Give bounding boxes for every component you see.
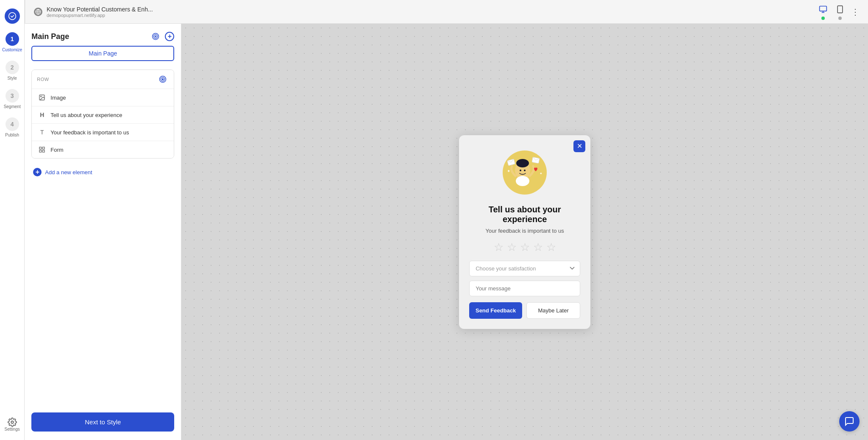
svg-text:✦: ✦ xyxy=(540,172,542,175)
text-element-icon: T xyxy=(38,128,46,136)
main-page-btn[interactable]: Main Page xyxy=(31,46,174,61)
step-3-label: Segment xyxy=(4,104,21,109)
step-2-label: Style xyxy=(8,76,17,81)
form-element-icon xyxy=(38,145,46,154)
satisfaction-wrapper: Choose your satisfaction Very Satisfied … xyxy=(469,261,580,281)
panel-header: Main Page + xyxy=(25,24,181,46)
star-2[interactable]: ☆ xyxy=(507,241,517,254)
step-1-customize[interactable]: 1 Customize xyxy=(0,28,24,56)
heading-element-icon: H xyxy=(38,111,46,119)
element-item-heading[interactable]: H Tell us about your experience xyxy=(32,106,174,123)
svg-text:✦: ✦ xyxy=(507,169,510,173)
settings-btn[interactable]: Settings xyxy=(0,413,24,436)
row-target-btn[interactable] xyxy=(157,73,169,85)
svg-rect-15 xyxy=(39,150,42,152)
svg-rect-14 xyxy=(43,147,45,149)
element-item-text[interactable]: T Your feedback is important to us xyxy=(32,123,174,141)
send-feedback-btn[interactable]: Send Feedback xyxy=(469,302,522,319)
top-bar: Know Your Potential Customers & Enh... d… xyxy=(25,0,868,24)
next-to-style-btn[interactable]: Next to Style xyxy=(31,412,174,432)
element-label-image: Image xyxy=(50,95,66,101)
maybe-later-btn[interactable]: Maybe Later xyxy=(526,302,580,319)
chat-button[interactable] xyxy=(839,411,860,432)
step-sidebar: 1 Customize 2 Style 3 Segment 4 Publish … xyxy=(0,0,25,440)
add-icon-btn[interactable]: + xyxy=(165,32,174,41)
mobile-device-btn[interactable] xyxy=(834,3,846,15)
step-3-segment[interactable]: 3 Segment xyxy=(0,85,24,113)
step-4-publish[interactable]: 4 Publish xyxy=(0,113,24,142)
popup-buttons: Send Feedback Maybe Later xyxy=(469,302,580,319)
svg-point-12 xyxy=(41,96,42,97)
svg-point-26 xyxy=(524,170,526,171)
star-1[interactable]: ☆ xyxy=(494,241,504,254)
step-4-circle: 4 xyxy=(6,117,19,131)
svg-rect-16 xyxy=(43,150,45,152)
svg-rect-3 xyxy=(820,6,827,11)
main-layout: Main Page + Main Page ROW xyxy=(25,24,868,440)
popup-illustration: ✦ ✦ xyxy=(499,147,550,198)
panel-title: Main Page xyxy=(31,32,69,41)
step-1-circle: 1 xyxy=(6,32,19,46)
step-3-circle: 3 xyxy=(6,89,19,103)
star-5[interactable]: ☆ xyxy=(546,241,556,254)
svg-point-7 xyxy=(155,36,156,37)
satisfaction-select[interactable]: Choose your satisfaction Very Satisfied … xyxy=(469,261,580,276)
svg-point-6 xyxy=(154,35,158,39)
step-4-label: Publish xyxy=(5,133,19,137)
element-label-form: Form xyxy=(50,147,63,153)
svg-point-1 xyxy=(11,421,14,423)
step-logo xyxy=(0,4,24,28)
popup-subtitle: Your feedback is important to us xyxy=(469,228,580,234)
element-label-heading: Tell us about your experience xyxy=(50,112,122,118)
left-panel: Main Page + Main Page ROW xyxy=(25,24,181,440)
desktop-dot xyxy=(821,17,825,20)
svg-point-25 xyxy=(520,170,521,171)
page-url: demopopupsmart.netlify.app xyxy=(47,13,153,18)
step-1-label: Customize xyxy=(2,47,22,52)
star-row: ☆ ☆ ☆ ☆ ☆ xyxy=(469,241,580,254)
top-bar-left: Know Your Potential Customers & Enh... d… xyxy=(34,6,817,18)
svg-point-0 xyxy=(8,13,16,20)
svg-point-10 xyxy=(162,79,164,80)
popup-illustration-container: ✦ ✦ xyxy=(469,147,580,198)
message-input[interactable] xyxy=(469,281,580,296)
page-title: Know Your Potential Customers & Enh... xyxy=(47,6,153,13)
top-bar-controls: ⋮ xyxy=(817,3,860,20)
step-2-style[interactable]: 2 Style xyxy=(0,56,24,85)
popup-title: Tell us about your experience xyxy=(469,205,580,224)
image-element-icon xyxy=(38,93,46,102)
canvas-area: ✕ xyxy=(181,24,868,440)
step-2-circle: 2 xyxy=(6,61,19,74)
panel-header-icons: + xyxy=(150,31,174,42)
settings-label: Settings xyxy=(5,427,20,432)
desktop-device-btn[interactable] xyxy=(817,3,829,15)
add-element-label: Add a new element xyxy=(45,169,92,175)
add-element-icon: + xyxy=(33,168,42,176)
mobile-dot xyxy=(838,17,842,20)
globe-icon xyxy=(34,8,42,16)
feedback-popup: ✕ xyxy=(459,135,590,329)
target-icon-btn[interactable] xyxy=(150,31,161,42)
row-card-header: ROW xyxy=(32,70,174,89)
row-card: ROW Image xyxy=(31,70,174,159)
star-3[interactable]: ☆ xyxy=(520,241,530,254)
svg-point-20 xyxy=(516,176,529,186)
add-element-btn[interactable]: + Add a new element xyxy=(25,162,181,182)
element-label-text: Your feedback is important to us xyxy=(50,129,129,136)
element-item-image[interactable]: Image xyxy=(32,89,174,106)
svg-rect-13 xyxy=(39,147,42,149)
more-options-btn[interactable]: ⋮ xyxy=(851,7,860,17)
star-4[interactable]: ☆ xyxy=(533,241,543,254)
popup-close-btn[interactable]: ✕ xyxy=(573,140,585,152)
svg-point-19 xyxy=(516,159,529,167)
element-item-form[interactable]: Form xyxy=(32,141,174,158)
